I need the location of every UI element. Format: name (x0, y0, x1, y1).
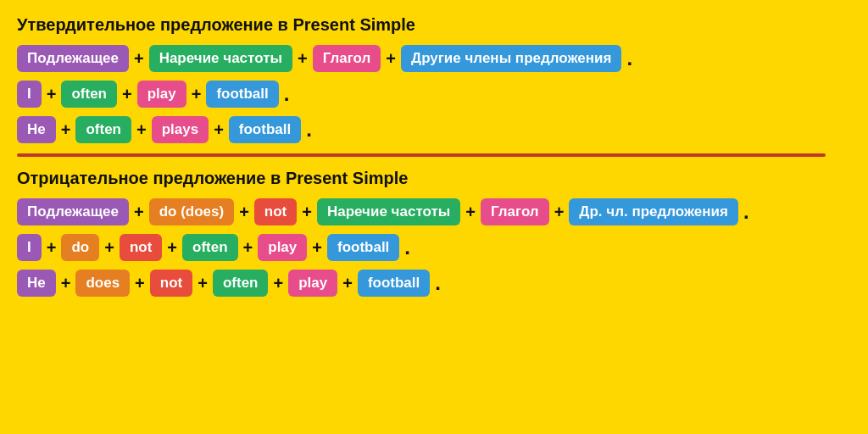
period: . (435, 271, 441, 295)
token-he: He (17, 270, 56, 297)
plus-sign: + (243, 238, 253, 258)
plus-sign: + (47, 85, 57, 104)
token-often: often (182, 234, 238, 261)
token-football: football (229, 116, 301, 143)
token-i: I (17, 81, 42, 108)
token-not: not (120, 234, 162, 261)
period: . (284, 82, 290, 106)
plus-sign: + (273, 274, 283, 293)
token-play: play (288, 270, 337, 297)
token-i: I (17, 234, 42, 261)
token-football: football (358, 270, 430, 297)
plus-sign: + (214, 120, 224, 140)
section1-example2: He+often+plays+football. (17, 116, 851, 143)
token-often: often (61, 81, 117, 108)
token-often: often (213, 270, 269, 297)
plus-sign: + (554, 203, 565, 222)
plus-sign: + (134, 203, 144, 222)
section1-example1: I+often+play+football. (17, 81, 851, 108)
token-not: not (254, 198, 297, 225)
section1-formula: Подлежащее+Наречие частоты+Глагол+Другие… (17, 45, 851, 72)
plus-sign: + (167, 238, 177, 258)
token-play: play (258, 234, 307, 261)
section2-example1: I+do+not+often+play+football. (17, 234, 851, 261)
plus-sign: + (342, 274, 353, 293)
token-do-does: do (does) (149, 198, 235, 225)
token-football: football (206, 81, 278, 108)
plus-sign: + (61, 274, 71, 293)
token-not: not (150, 270, 192, 297)
plus-sign: + (47, 238, 57, 258)
section2-formula: Подлежащее+do (does)+not+Наречие частоты… (17, 198, 851, 225)
plus-sign: + (61, 120, 71, 140)
period: . (404, 236, 410, 259)
period: . (306, 118, 312, 142)
plus-sign: + (239, 203, 249, 222)
section1-title: Утвердительное предложение в Present Sim… (17, 15, 851, 35)
token-подлежащее: Подлежащее (17, 45, 129, 72)
token-др.-чл.-предложения: Др. чл. предложения (569, 198, 738, 225)
plus-sign: + (134, 49, 144, 69)
token-наречие-частоты: Наречие частоты (317, 198, 460, 225)
period: . (743, 200, 749, 224)
token-глагол: Глагол (313, 45, 381, 72)
token-play: play (137, 81, 186, 108)
token-football: football (327, 234, 399, 261)
token-often: often (75, 116, 131, 143)
token-глагол: Глагол (481, 198, 549, 225)
plus-sign: + (298, 49, 308, 69)
section-divider (17, 153, 826, 157)
section-affirmative: Утвердительное предложение в Present Sim… (17, 15, 851, 143)
section-negative: Отрицательное предложение в Present Simp… (17, 169, 851, 297)
plus-sign: + (136, 120, 147, 140)
plus-sign: + (312, 238, 322, 258)
plus-sign: + (198, 274, 208, 293)
plus-sign: + (302, 203, 312, 222)
token-подлежащее: Подлежащее (17, 198, 129, 225)
token-другие-члены-предложения: Другие члены предложения (401, 45, 621, 72)
plus-sign: + (386, 49, 396, 69)
section2-example2: He+does+not+often+play+football. (17, 270, 851, 297)
period: . (626, 47, 632, 70)
section2-title: Отрицательное предложение в Present Simp… (17, 169, 851, 188)
token-наречие-частоты: Наречие частоты (149, 45, 292, 72)
plus-sign: + (104, 238, 114, 258)
plus-sign: + (122, 85, 132, 104)
token-plays: plays (152, 116, 209, 143)
token-do: do (61, 234, 99, 261)
plus-sign: + (135, 274, 145, 293)
plus-sign: + (465, 203, 476, 222)
token-does: does (75, 270, 130, 297)
token-he: He (17, 116, 56, 143)
plus-sign: + (192, 85, 202, 104)
